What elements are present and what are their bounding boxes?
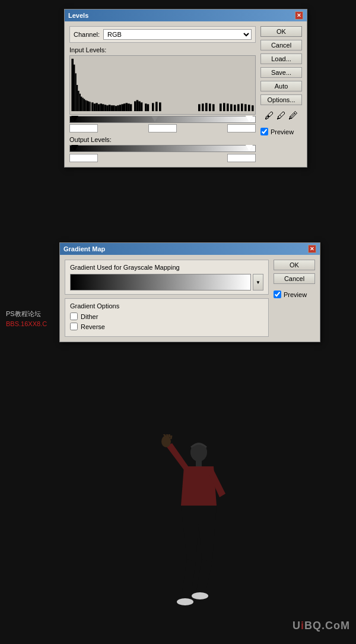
- svg-rect-61: [237, 104, 240, 111]
- svg-rect-60: [234, 105, 236, 111]
- svg-rect-49: [155, 102, 158, 111]
- svg-rect-53: [205, 103, 208, 111]
- svg-point-8: [192, 592, 208, 599]
- gradient-used-group: Gradient Used for Grayscale Mapping ▼: [65, 260, 269, 295]
- svg-rect-30: [106, 105, 109, 111]
- svg-rect-58: [227, 103, 229, 111]
- svg-rect-10: [71, 59, 74, 111]
- svg-rect-56: [220, 103, 222, 111]
- channel-row: Channel: RGB Red Green Blue: [69, 26, 256, 43]
- input-slider-mid-thumb[interactable]: [151, 116, 158, 122]
- svg-rect-22: [89, 102, 90, 111]
- input-levels-label: Input Levels:: [69, 46, 256, 53]
- svg-rect-59: [230, 104, 233, 111]
- watermark-line2: BBS.16XX8.C: [6, 319, 47, 329]
- eyedropper-white[interactable]: 🖉: [288, 111, 298, 121]
- svg-rect-18: [84, 99, 85, 112]
- svg-rect-63: [244, 104, 247, 111]
- levels-close-button[interactable]: ✕: [295, 11, 303, 20]
- channel-label: Channel:: [74, 31, 100, 38]
- svg-rect-1: [196, 460, 202, 466]
- output-values-row: 0 255: [69, 154, 256, 162]
- svg-rect-38: [123, 103, 126, 111]
- input-mid-field[interactable]: 0,82: [148, 124, 177, 132]
- svg-rect-13: [77, 85, 78, 111]
- levels-preview-label: Preview: [271, 128, 294, 135]
- svg-rect-31: [109, 105, 111, 111]
- svg-rect-19: [85, 100, 86, 111]
- input-slider-track[interactable]: [69, 116, 256, 123]
- svg-rect-34: [115, 106, 117, 111]
- levels-buttons: OK Cancel Load... Save... Auto Options..…: [260, 26, 302, 162]
- levels-preview-checkbox[interactable]: [260, 128, 268, 135]
- histogram-area: [69, 55, 256, 115]
- svg-rect-27: [100, 103, 102, 111]
- svg-rect-20: [87, 100, 88, 111]
- levels-save-button[interactable]: Save...: [260, 67, 302, 78]
- svg-rect-48: [152, 103, 154, 111]
- gradient-cancel-button[interactable]: Cancel: [274, 273, 315, 284]
- output-slider-track[interactable]: [69, 145, 256, 152]
- gradient-preview-bar: ▼: [70, 274, 263, 291]
- gradient-options-label: Gradient Options: [70, 302, 263, 310]
- svg-rect-47: [147, 104, 150, 111]
- svg-rect-39: [126, 103, 128, 111]
- levels-cancel-button[interactable]: Cancel: [260, 40, 302, 50]
- output-max-field[interactable]: 255: [227, 154, 256, 162]
- svg-rect-40: [128, 103, 130, 111]
- gradient-dropdown-button[interactable]: ▼: [253, 274, 263, 291]
- levels-dialog: Levels ✕ Channel: RGB Red Green Blue Inp…: [64, 9, 307, 168]
- svg-rect-62: [241, 103, 243, 111]
- reverse-checkbox[interactable]: [70, 323, 78, 330]
- input-min-field[interactable]: 0: [69, 124, 98, 132]
- svg-rect-12: [75, 73, 76, 111]
- svg-rect-21: [88, 101, 89, 111]
- svg-rect-42: [134, 101, 136, 111]
- output-slider-black-thumb[interactable]: [71, 145, 78, 151]
- gradient-ok-button[interactable]: OK: [274, 260, 315, 270]
- svg-rect-44: [138, 101, 141, 111]
- svg-rect-64: [248, 105, 250, 111]
- dither-checkbox[interactable]: [70, 312, 78, 320]
- eyedropper-black[interactable]: 🖋: [265, 111, 274, 121]
- svg-rect-16: [81, 97, 82, 112]
- input-values-row: 0 0,82 248: [69, 124, 256, 132]
- svg-rect-50: [159, 102, 161, 111]
- levels-load-button[interactable]: Load...: [260, 53, 302, 64]
- input-slider-black-thumb[interactable]: [71, 116, 78, 122]
- levels-title: Levels: [68, 12, 88, 19]
- svg-rect-28: [102, 104, 104, 111]
- svg-rect-65: [252, 105, 254, 111]
- dither-label: Dither: [81, 313, 98, 320]
- levels-auto-button[interactable]: Auto: [260, 81, 302, 91]
- svg-rect-25: [96, 103, 98, 111]
- output-slider-white-thumb[interactable]: [246, 145, 253, 151]
- watermark-left: PS教程论坛 BBS.16XX8.C: [6, 309, 47, 329]
- gradient-preview-checkbox[interactable]: [274, 291, 281, 298]
- svg-rect-54: [209, 103, 211, 111]
- svg-rect-52: [202, 103, 204, 111]
- svg-rect-24: [94, 103, 96, 111]
- input-slider-white-thumb[interactable]: [246, 116, 253, 122]
- eyedropper-gray[interactable]: 🖊: [276, 111, 286, 121]
- svg-rect-15: [80, 94, 81, 111]
- watermark-line1: PS教程论坛: [6, 309, 47, 319]
- gradient-preview-label: Preview: [284, 291, 307, 298]
- svg-rect-17: [82, 98, 83, 112]
- eyedroppers-row: 🖋 🖊 🖉: [260, 111, 302, 121]
- levels-options-button[interactable]: Options...: [260, 94, 302, 105]
- output-min-field[interactable]: 0: [69, 154, 98, 162]
- svg-rect-57: [223, 103, 225, 111]
- gradient-preview-row: Preview: [274, 291, 315, 298]
- input-max-field[interactable]: 248: [227, 124, 256, 132]
- gradient-bar[interactable]: [70, 274, 251, 291]
- svg-rect-35: [117, 105, 119, 111]
- svg-rect-33: [113, 105, 115, 111]
- channel-select[interactable]: RGB Red Green Blue: [103, 29, 252, 40]
- reverse-row: Reverse: [70, 323, 263, 330]
- levels-ok-button[interactable]: OK: [260, 26, 302, 37]
- svg-line-6: [171, 435, 171, 439]
- dancer-figure: [142, 434, 249, 620]
- gradient-close-button[interactable]: ✕: [308, 245, 316, 253]
- svg-rect-46: [145, 103, 147, 111]
